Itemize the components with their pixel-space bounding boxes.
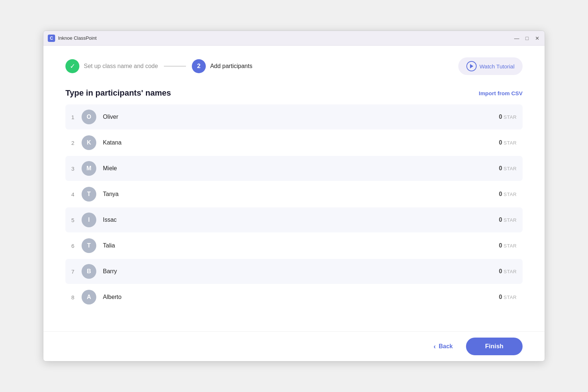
row-number: 8 (71, 294, 82, 300)
play-triangle-icon (470, 64, 473, 68)
section-header: Type in participants' names Import from … (65, 88, 523, 98)
star-label: STAR (503, 192, 517, 197)
row-number: 6 (71, 243, 82, 249)
avatar: I (82, 213, 96, 227)
app-title: Inknoe ClassPoint (58, 35, 514, 41)
star-count: 0 (499, 139, 502, 146)
step1-completed: ✓ Set up class name and code (65, 59, 158, 73)
star-label: STAR (503, 114, 517, 120)
step2-number: 2 (192, 59, 206, 73)
star-count: 0 (499, 217, 502, 223)
step2-active: 2 Add participants (192, 59, 252, 73)
close-button[interactable]: ✕ (534, 35, 540, 41)
row-number: 4 (71, 191, 82, 197)
back-button[interactable]: ‹ Back (426, 339, 460, 354)
avatar: A (82, 290, 96, 304)
star-count: 0 (499, 114, 502, 120)
step1-label: Set up class name and code (84, 63, 158, 70)
star-label: STAR (503, 295, 517, 300)
bottom-bar: ‹ Back Finish (43, 331, 545, 361)
app-window: C Inknoe ClassPoint — □ ✕ ✓ Set up class… (43, 31, 545, 361)
step1-check-icon: ✓ (65, 59, 79, 73)
window-controls: — □ ✕ (514, 35, 540, 41)
watch-tutorial-button[interactable]: Watch Tutorial (458, 57, 523, 75)
participant-name: Issac (103, 217, 499, 223)
star-count: 0 (499, 268, 502, 275)
table-row[interactable]: 3 M Miele 0 STAR (65, 156, 523, 181)
app-icon: C (48, 35, 55, 42)
row-number: 3 (71, 165, 82, 172)
table-row[interactable]: 4 T Tanya 0 STAR (65, 182, 523, 207)
star-count: 0 (499, 165, 502, 172)
import-csv-link[interactable]: Import from CSV (479, 90, 523, 96)
participant-name: Oliver (103, 114, 499, 120)
avatar: O (82, 110, 96, 124)
participant-name: Katana (103, 139, 499, 146)
step2-label: Add participants (210, 63, 252, 70)
star-label: STAR (503, 140, 517, 146)
minimize-button[interactable]: — (514, 35, 520, 41)
participant-name: Miele (103, 165, 499, 172)
avatar: K (82, 135, 96, 150)
avatar: T (82, 238, 96, 253)
titlebar: C Inknoe ClassPoint — □ ✕ (43, 31, 545, 46)
step-connector (164, 66, 186, 67)
row-number: 7 (71, 268, 82, 275)
table-row[interactable]: 5 I Issac 0 STAR (65, 207, 523, 232)
participant-name: Alberto (103, 294, 499, 300)
main-content: ✓ Set up class name and code 2 Add parti… (43, 46, 545, 331)
star-count: 0 (499, 242, 502, 249)
table-row[interactable]: 1 O Oliver 0 STAR (65, 104, 523, 129)
watch-tutorial-label: Watch Tutorial (480, 63, 514, 70)
star-label: STAR (503, 217, 517, 223)
chevron-left-icon: ‹ (434, 343, 436, 350)
play-icon (466, 61, 477, 71)
section-title: Type in participants' names (65, 88, 171, 98)
star-label: STAR (503, 166, 517, 171)
table-row[interactable]: 2 K Katana 0 STAR (65, 130, 523, 155)
table-row[interactable]: 7 B Barry 0 STAR (65, 259, 523, 284)
avatar: T (82, 187, 96, 202)
step-header: ✓ Set up class name and code 2 Add parti… (65, 57, 523, 75)
participant-name: Tanya (103, 191, 499, 197)
star-count: 0 (499, 191, 502, 197)
row-number: 1 (71, 114, 82, 120)
avatar: B (82, 264, 96, 279)
table-row[interactable]: 8 A Alberto 0 STAR (65, 285, 523, 310)
avatar: M (82, 161, 96, 176)
participant-name: Barry (103, 268, 499, 275)
maximize-button[interactable]: □ (524, 35, 530, 41)
row-number: 2 (71, 140, 82, 146)
back-label: Back (439, 343, 453, 350)
participant-name: Talia (103, 242, 499, 249)
star-count: 0 (499, 294, 502, 300)
table-row[interactable]: 6 T Talia 0 STAR (65, 233, 523, 258)
participants-list: 1 O Oliver 0 STAR 2 K Katana 0 STAR 3 M … (65, 104, 523, 324)
star-label: STAR (503, 269, 517, 274)
row-number: 5 (71, 217, 82, 223)
finish-button[interactable]: Finish (466, 338, 523, 355)
star-label: STAR (503, 243, 517, 249)
